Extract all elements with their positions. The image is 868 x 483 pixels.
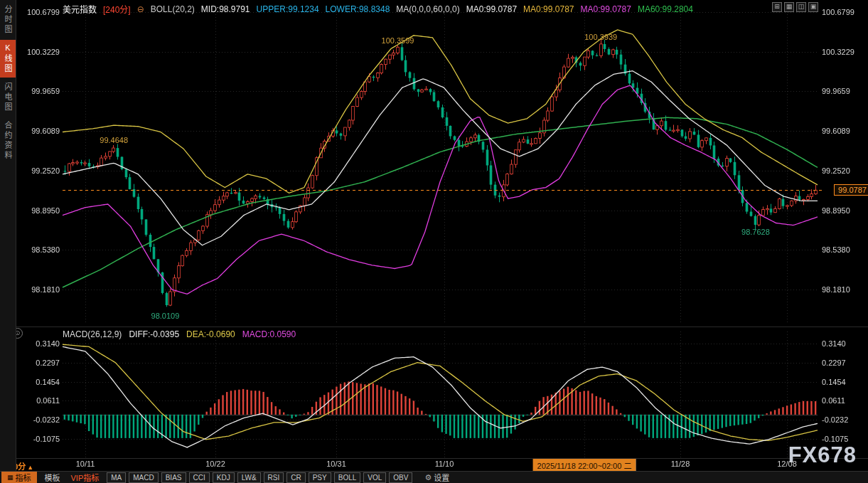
tab-vip-indicators[interactable]: VIP指标 (68, 472, 102, 483)
boll-mid-value: MID:98.9791 (201, 4, 250, 14)
grid-layout-icon[interactable]: ▦ (784, 2, 794, 12)
main-y-axis-label-left: 100.3229 (20, 48, 60, 56)
ma0-value-2: MA0:99.0787 (523, 4, 574, 14)
main-y-axis-label-left: 99.6089 (20, 127, 60, 135)
indicator-button-vol[interactable]: VOL (363, 472, 386, 483)
main-y-axis-label-right: 99.6089 (822, 127, 850, 135)
main-y-axis-label-right: 99.2520 (822, 166, 850, 175)
indicator-button-rsi[interactable]: RSI (264, 472, 284, 483)
boll-upper-value: UPPER:99.1234 (257, 4, 319, 14)
sidebar-tab-label: 合约资料 (2, 121, 14, 161)
macd-y-axis-label-left: 0.1454 (20, 378, 60, 386)
panel-separator (16, 327, 868, 327)
macd-y-axis-label-right: 0.0611 (822, 396, 845, 405)
symbol-name: 美元指数 (63, 3, 97, 15)
macd-y-axis-label-right: 0.3140 (822, 339, 846, 348)
price-chart-canvas[interactable] (0, 0, 868, 483)
sidebar-tab-label: 分时图 (2, 5, 14, 35)
chart-header: 美元指数 [240分] ⊖ BOLL(20,2) MID:98.9791 UPP… (63, 3, 693, 15)
sidebar-tab-contract-info[interactable]: 合约资料 (0, 117, 16, 164)
x-axis-label: 10/31 (315, 460, 358, 468)
boll-lower-value: LOWER:98.8348 (326, 4, 390, 14)
x-axis-label: 10/11 (64, 460, 107, 468)
macd-header: MACD(26,12,9) DIFF:-0.0395 DEA:-0.0690 M… (63, 329, 296, 339)
ma0-value-1: MA0:99.0787 (466, 4, 517, 14)
sidebar-nav: 分时图 K线图 闪电图 合约资料 (0, 0, 16, 483)
indicator-button-cr[interactable]: CR (286, 472, 305, 483)
interval-label: [240分] (103, 3, 131, 15)
indicator-button-obv[interactable]: OBV (389, 472, 412, 483)
price-annotation: 98.0109 (144, 312, 186, 320)
boll-params-label: BOLL(20,2) (151, 4, 195, 14)
main-y-axis-label-right: 100.6799 (822, 8, 854, 16)
trading-chart-app: 分时图 K线图 闪电图 合约资料 美元指数 [240分] ⊖ BOLL(20,2… (0, 0, 868, 483)
indicator-button-cci[interactable]: CCI (189, 472, 210, 483)
main-y-axis-label-left: 100.6799 (20, 8, 60, 16)
settings-label: 设置 (434, 472, 449, 483)
price-annotation: 100.3599 (377, 36, 419, 45)
macd-diff-value: DIFF:-0.0395 (129, 329, 179, 339)
macd-y-axis-label-right: 0.1454 (822, 378, 846, 386)
price-annotation: 99.4648 (92, 136, 135, 144)
indicator-button-ma[interactable]: MA (107, 472, 126, 483)
price-annotation: 100.3939 (579, 33, 622, 41)
indicator-button-kdj[interactable]: KDJ (213, 472, 235, 483)
macd-y-axis-label-left: 0.0611 (20, 396, 60, 405)
axis-separator (16, 458, 868, 459)
main-y-axis-label-right: 100.3229 (822, 48, 854, 56)
sidebar-tab-lightning-chart[interactable]: 闪电图 (0, 79, 16, 116)
indicator-grid-icon: ▦ (7, 474, 14, 481)
sidebar-tab-label: 闪电图 (2, 83, 14, 112)
ma-params-label: MA(0,0,0,60,0,0) (396, 4, 459, 14)
macd-y-axis-label-left: 0.2297 (20, 359, 60, 367)
add-panel-icon[interactable]: ⊞ (772, 2, 782, 12)
ma60-value: MA60:99.2804 (638, 4, 693, 14)
main-y-axis-label-left: 99.9659 (20, 87, 60, 95)
macd-y-axis-label-right: -0.1075 (822, 435, 848, 443)
macd-params-label: MACD(26,12,9) (63, 329, 122, 339)
gear-icon: ⚙ (424, 473, 432, 482)
indicator-button-psy[interactable]: PSY (309, 472, 331, 483)
collapse-chart-icon[interactable]: ⊖ (137, 4, 144, 14)
macd-y-axis-label-left: -0.1075 (20, 435, 60, 443)
tab-templates[interactable]: 模板 (42, 472, 63, 483)
tab-indicators[interactable]: ▦ 指标 (1, 472, 37, 483)
main-y-axis-label-left: 98.5380 (20, 245, 60, 254)
macd-y-axis-label-left: -0.0232 (20, 415, 60, 424)
x-axis-label: 11/10 (423, 460, 466, 468)
x-axis-label: 11/28 (659, 460, 702, 468)
macd-dea-value: DEA:-0.0690 (186, 329, 235, 339)
x-axis-label: 12/08 (766, 460, 808, 468)
macd-y-axis-label-right: 0.2297 (822, 359, 846, 367)
settings-button[interactable]: ⚙ 设置 (424, 472, 449, 483)
indicator-button-macd[interactable]: MACD (129, 472, 158, 483)
indicator-button-lw[interactable]: LW& (237, 472, 261, 483)
price-annotation: 98.7628 (734, 228, 777, 236)
indicator-button-boll[interactable]: BOLL (334, 472, 361, 483)
main-y-axis-label-left: 98.8950 (20, 206, 60, 215)
x-axis-label: 10/22 (194, 460, 237, 468)
ma0-value-3: MA0:99.0787 (581, 4, 631, 14)
main-y-axis-label-left: 98.1810 (20, 285, 60, 294)
triangle-up-icon: ▲ (27, 464, 33, 471)
main-y-axis-label-right: 98.8950 (822, 206, 850, 215)
main-y-axis-label-right: 98.1810 (822, 285, 850, 294)
tab-indicators-label: 指标 (16, 472, 31, 483)
sidebar-tab-label: K线图 (2, 43, 14, 74)
window-controls: ⊞ ▦ ◫ ▣ (772, 2, 818, 12)
split-layout-icon[interactable]: ◫ (796, 2, 806, 12)
main-y-axis-label-left: 99.2520 (20, 166, 60, 175)
bottom-toolbar: ▦ 指标 模板 VIP指标 MAMACDBIASCCIKDJLW&RSICRPS… (0, 471, 868, 483)
macd-y-axis-label-right: -0.0232 (822, 415, 848, 424)
main-y-axis-label-right: 98.5380 (822, 245, 850, 254)
indicator-button-bias[interactable]: BIAS (161, 472, 186, 483)
macd-hist-value: MACD:0.0590 (242, 329, 296, 339)
last-price-badge: 99.0787 (834, 184, 868, 196)
indicator-button-group: MAMACDBIASCCIKDJLW&RSICRPSYBOLLVOLOBV (107, 472, 412, 483)
macd-y-axis-label-left: 0.3140 (20, 339, 60, 348)
sidebar-tab-time-chart[interactable]: 分时图 (0, 1, 16, 38)
main-y-axis-label-right: 99.9659 (822, 87, 850, 95)
sidebar-tab-candle-chart[interactable]: K线图 (0, 40, 16, 78)
fullscreen-icon[interactable]: ▣ (808, 2, 818, 12)
selected-time-label: 2025/11/18 22:00~02:00 二 (533, 459, 636, 472)
